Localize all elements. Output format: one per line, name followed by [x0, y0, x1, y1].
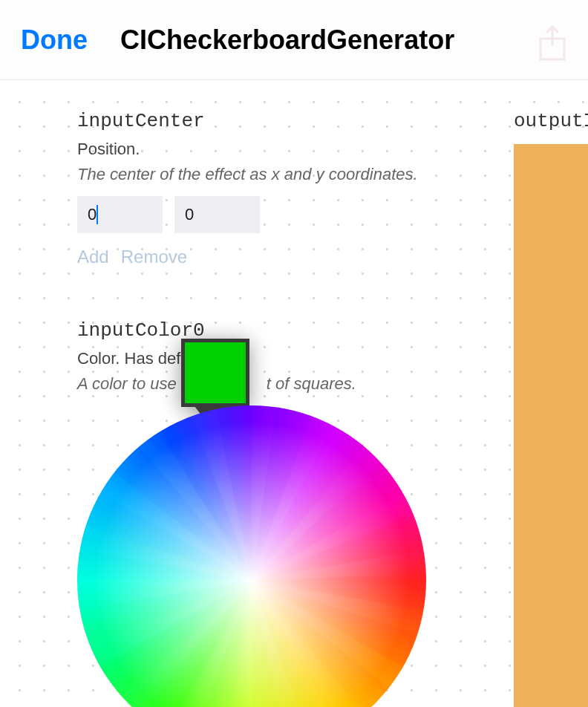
param-name: inputCenter	[77, 110, 588, 132]
param-name: inputColor0	[77, 319, 588, 342]
text-caret	[97, 205, 98, 224]
desc-post: t of squares.	[267, 374, 356, 393]
output-preview	[514, 144, 588, 707]
header-bar: Done CICheckerboardGenerator	[0, 0, 588, 80]
params-panel: inputCenter Position. The center of the …	[0, 80, 588, 707]
xy-inputs: 0	[77, 196, 588, 233]
color-wheel[interactable]	[77, 405, 426, 707]
param-type: Color. Has defaul	[77, 349, 588, 368]
x-value: 0	[88, 205, 97, 224]
facet-overlay	[77, 405, 426, 707]
param-type: Position.	[77, 140, 588, 159]
add-remove-row: Add Remove	[77, 247, 588, 267]
color-picker[interactable]	[77, 405, 588, 707]
page-title: CICheckerboardGenerator	[120, 25, 454, 56]
selected-color-swatch	[181, 339, 249, 407]
x-input[interactable]: 0	[77, 196, 163, 233]
share-icon[interactable]	[536, 25, 569, 62]
param-input-color0: inputColor0 Color. Has defaul A color to…	[77, 319, 588, 707]
content-area: inputCenter Position. The center of the …	[0, 80, 588, 707]
remove-link[interactable]: Remove	[121, 247, 187, 267]
output-label: outputIm	[514, 110, 588, 132]
output-panel: outputIm	[514, 110, 588, 704]
param-input-center: inputCenter Position. The center of the …	[77, 110, 588, 267]
param-desc: The center of the effect as x and y coor…	[77, 165, 588, 184]
y-input[interactable]	[174, 196, 260, 233]
done-button[interactable]: Done	[21, 25, 88, 56]
param-desc: A color to use for xxxxxxx t of squares.	[77, 374, 588, 394]
add-link[interactable]: Add	[77, 247, 109, 267]
